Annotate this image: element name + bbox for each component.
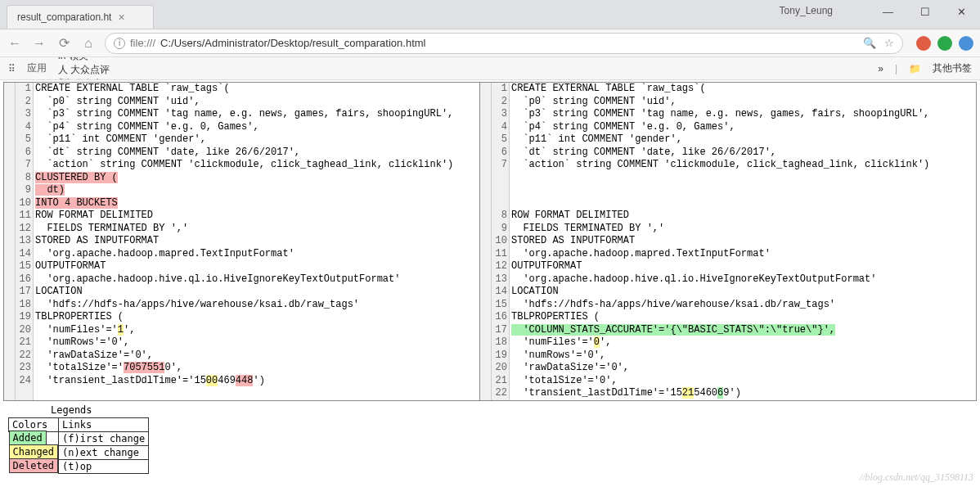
bookmark-item[interactable]: 人 大众点评 [58,63,170,77]
watermark: //blog.csdn.net/qq_31598113 [860,471,973,484]
code-line: STORED AS INPUTFORMAT [35,235,453,248]
legend-color: Deleted [9,458,59,473]
close-tab-icon[interactable]: × [118,11,124,24]
extension-icon-3[interactable] [959,36,973,51]
code-line: CLUSTERED BY ( [35,172,453,185]
apps-icon[interactable]: ⠿ [8,63,16,74]
forward-button[interactable]: → [31,36,47,51]
code-line: FIELDS TERMINATED BY ',' [511,223,929,236]
code-line: `dt` string COMMENT 'date, like 26/6/201… [511,147,929,160]
code-line: STORED AS INPUTFORMAT [511,235,929,248]
legend-table: ColorsLinks Added(f)irst changeChanged(n… [8,417,149,474]
legend-header-colors: Colors [9,417,59,431]
code-line: `action` string COMMENT 'clickmodule, cl… [511,159,929,172]
profile-name[interactable]: Tony_Leung [780,5,833,16]
code-line: `p0` string COMMENT 'uid', [35,96,453,109]
legend-color: Changed [9,444,59,459]
code-line: FIELDS TERMINATED BY ',' [35,223,453,236]
code-line: 'numFiles'='1', [35,324,453,337]
code-line: 'hdfs://hdfs-ha/apps/hive/warehouse/ksai… [511,299,929,312]
url-scheme: file:/// [130,37,155,49]
legend-link[interactable]: (f)irst change [59,431,149,445]
code-line: 'numFiles'='0', [511,336,929,349]
browser-tab[interactable]: result_comparation.ht × [7,5,154,29]
legend-color: Added [9,431,47,445]
code-line: `action` string COMMENT 'clickmodule, cl… [35,159,453,172]
apps-label[interactable]: 应用 [27,61,47,75]
diff-content: 123456789101112131415161718192021222324C… [3,82,977,401]
reload-button[interactable]: ⟳ [56,35,72,51]
maximize-button[interactable]: ☐ [906,0,943,23]
code-line [511,172,929,185]
bookmark-star-icon[interactable]: ☆ [884,37,894,49]
other-bookmarks[interactable]: 其他书签 [933,61,972,75]
address-bar[interactable]: i file:///C:/Users/Administrator/Desktop… [105,33,903,54]
code-line: 'transient_lastDdlTime'='1521546069') [511,387,929,400]
code-line: 'totalSize'='70575510', [35,362,453,375]
code-line: dt) [35,184,453,197]
code-line: ROW FORMAT DELIMITED [35,210,453,223]
tab-title: result_comparation.ht [17,11,111,23]
code-line: `p4` string COMMENT 'e.g. 0, Games', [511,121,929,134]
code-line: OUTPUTFORMAT [35,260,453,273]
code-line: LOCATION [35,286,453,299]
minimize-button[interactable]: — [870,0,906,23]
code-line: LOCATION [511,286,929,299]
legend-title: Legends [51,404,972,416]
code-line: TBLPROPERTIES ( [35,311,453,324]
bookmarks-bar: ⠿ 应用 Apple 🐾 百度 ❻ 新浪微博 in 领英 人 大众点评 🐼 猫途… [0,57,980,80]
url-path: C:/Users/Administrator/Desktop/result_co… [160,37,425,49]
code-line: 'org.apache.hadoop.hive.ql.io.HiveIgnore… [35,273,453,286]
code-line: 'org.apache.hadoop.mapred.TextInputForma… [511,248,929,261]
back-button[interactable]: ← [7,36,23,51]
code-line: `p3` string COMMENT 'tag name, e.g. news… [35,108,453,121]
code-line: 'transient_lastDdlTime'='1500469448') [35,375,453,388]
code-line: 'org.apache.hadoop.hive.ql.io.HiveIgnore… [511,273,929,286]
legend-link[interactable]: (n)ext change [59,445,149,459]
search-icon[interactable]: 🔍 [863,37,876,49]
code-line [511,184,929,197]
code-line: 'totalSize'='0', [511,375,929,388]
code-line: `p0` string COMMENT 'uid', [511,96,929,109]
code-line: ROW FORMAT DELIMITED [511,210,929,223]
code-line: 'org.apache.hadoop.mapred.TextInputForma… [35,248,453,261]
code-line: INTO 4 BUCKETS [35,197,453,210]
code-line [511,197,929,210]
code-line: 'numRows'='0', [511,349,929,363]
code-line: 'rawDataSize'='0', [35,349,453,363]
code-line: TBLPROPERTIES ( [511,311,929,324]
code-line: OUTPUTFORMAT [511,260,929,273]
code-line: 'numRows'='0', [35,336,453,349]
home-button[interactable]: ⌂ [80,36,97,51]
code-line: `p3` string COMMENT 'tag name, e.g. news… [511,108,929,121]
code-line: `p11` int COMMENT 'gender', [511,133,929,147]
code-line: `p11` int COMMENT 'gender', [35,133,453,147]
legend-link[interactable]: (t)op [59,459,149,473]
code-line: `p4` string COMMENT 'e.g. 0, Games', [35,121,453,134]
bookmarks-more-icon[interactable]: » [878,63,883,74]
legend-header-links: Links [59,417,149,431]
code-line: 'hdfs://hdfs-ha/apps/hive/warehouse/ksai… [35,299,453,312]
close-window-button[interactable]: ✕ [943,0,980,23]
site-info-icon[interactable]: i [114,38,125,49]
bookmark-item[interactable]: 🐼 猫途鹰 [58,77,170,81]
right-pane: 1234567 8910111213141516171819202122CREA… [480,83,956,400]
extension-icon-1[interactable] [916,36,931,51]
code-line: CREATE EXTERNAL TABLE `raw_tags`( [35,83,453,96]
code-line: 'COLUMN_STATS_ACCURATE'='{\"BASIC_STATS\… [511,324,929,337]
left-pane: 123456789101112131415161718192021222324C… [4,83,480,400]
extension-icon-2[interactable] [937,36,952,51]
code-line: 'rawDataSize'='0', [511,362,929,375]
code-line: CREATE EXTERNAL TABLE `raw_tags`( [511,83,929,96]
code-line: `dt` string COMMENT 'date, like 26/6/201… [35,147,453,160]
